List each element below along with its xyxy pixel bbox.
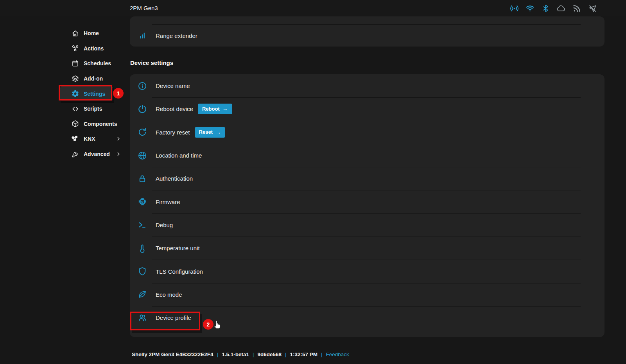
footer-separator: |: [321, 351, 323, 357]
wrench-icon: [71, 150, 79, 158]
factory-reset-icon: [137, 127, 147, 137]
sidebar-item-label: Scripts: [84, 106, 102, 112]
reset-button[interactable]: Reset →: [195, 127, 225, 138]
sidebar-item-label: Home: [84, 30, 99, 36]
footer-separator: |: [217, 351, 219, 357]
gear-icon: [71, 90, 79, 98]
access-point-icon[interactable]: [510, 4, 519, 13]
sidebar-item-actions[interactable]: Actions: [60, 41, 113, 56]
terminal-icon: [137, 220, 147, 230]
row-label: Device profile: [156, 314, 191, 321]
people-icon: [137, 313, 147, 323]
layers-icon: [71, 75, 79, 83]
sidebar-nav: Home Actions Schedules Add-on: [0, 26, 130, 161]
section-title-device-settings: Device settings: [130, 59, 173, 66]
websocket-icon[interactable]: [588, 4, 597, 13]
row-location-and-time[interactable]: Location and time: [130, 144, 604, 167]
row-device-name[interactable]: Device name: [130, 74, 604, 97]
chevron-right-icon: [116, 151, 121, 157]
row-range-extender[interactable]: Range extender: [130, 25, 604, 47]
globe-icon: [137, 151, 147, 161]
row-factory-reset[interactable]: Factory reset Reset →: [130, 121, 604, 144]
row-temperature-unit[interactable]: Temperature unit: [130, 237, 604, 260]
reboot-button[interactable]: Reboot →: [198, 104, 232, 114]
cube-icon: [71, 120, 79, 128]
row-label: Location and time: [156, 152, 202, 159]
code-icon: [71, 105, 79, 113]
row-label: TLS Configuration: [156, 268, 203, 275]
feedback-link[interactable]: Feedback: [326, 351, 349, 357]
row-label: Device name: [156, 82, 190, 89]
signal-bars-icon: [137, 30, 147, 41]
row-tls-configuration[interactable]: TLS Configuration: [130, 260, 604, 283]
mqtt-icon[interactable]: [572, 4, 581, 13]
row-authentication[interactable]: Authentication: [130, 167, 604, 190]
footer-build-hash: 9d6de568: [257, 351, 282, 357]
sidebar-item-label: Settings: [84, 91, 105, 97]
sidebar-item-scripts[interactable]: Scripts: [60, 101, 113, 117]
row-label: Range extender: [156, 32, 197, 39]
actions-icon: [71, 44, 79, 52]
arrow-right-icon: →: [222, 106, 228, 112]
row-label: Temperature unit: [156, 245, 200, 251]
footer-separator: |: [253, 351, 254, 357]
row-reboot-device[interactable]: Reboot device Reboot →: [130, 97, 604, 120]
row-debug[interactable]: Debug: [130, 213, 604, 237]
calendar-icon: [71, 59, 79, 68]
row-firmware[interactable]: Firmware: [130, 190, 604, 213]
wifi-icon[interactable]: [526, 4, 535, 13]
sidebar-item-schedules[interactable]: Schedules: [60, 56, 113, 71]
footer-device-id: Shelly 2PM Gen3 E4B32322E2F4: [132, 351, 213, 357]
sidebar-item-label: KNX: [84, 136, 95, 142]
bluetooth-icon[interactable]: [541, 4, 550, 13]
row-eco-mode[interactable]: Eco mode: [130, 283, 604, 306]
arrow-right-icon: →: [215, 129, 221, 135]
sidebar-item-settings[interactable]: Settings: [60, 86, 113, 101]
shield-icon: [137, 266, 147, 276]
connectivity-card: Range extender: [130, 16, 604, 47]
footer-status-bar: Shelly 2PM Gen3 E4B32322E2F4 | 1.5.1-bet…: [132, 351, 349, 357]
chip-icon: [137, 197, 147, 207]
device-settings-card: Device name Reboot device Reboot → Facto…: [130, 74, 604, 337]
thermometer-icon: [137, 243, 147, 253]
sidebar-item-label: Actions: [84, 45, 104, 52]
row-label: Eco mode: [156, 291, 182, 298]
sidebar-item-label: Add-on: [84, 75, 103, 82]
sidebar-item-addon[interactable]: Add-on: [60, 71, 113, 86]
knx-icon: [71, 135, 79, 143]
sidebar-item-knx[interactable]: KNX: [60, 131, 113, 147]
lock-icon: [137, 174, 147, 184]
row-device-profile[interactable]: Device profile: [130, 306, 604, 329]
row-label: Firmware: [156, 199, 180, 205]
home-icon: [71, 29, 79, 38]
sidebar-item-label: Schedules: [84, 60, 111, 66]
chevron-right-icon: [116, 136, 121, 142]
footer-device-time: 1:32:57 PM: [290, 351, 318, 357]
row-label: Debug: [156, 222, 173, 228]
footer-separator: |: [285, 351, 287, 357]
power-icon: [137, 104, 147, 114]
row-label: Authentication: [156, 175, 193, 182]
footer-firmware-version: 1.5.1-beta1: [222, 351, 249, 357]
status-icon-bar: [510, 0, 597, 16]
reboot-button-label: Reboot: [202, 106, 220, 112]
row-label: Reboot device: [156, 106, 193, 112]
device-title: 2PM Gen3: [130, 0, 158, 16]
row-label: Factory reset: [156, 129, 190, 136]
sidebar-item-components[interactable]: Components: [60, 117, 113, 132]
sidebar-item-advanced[interactable]: Advanced: [60, 147, 113, 162]
leaf-icon: [137, 289, 147, 299]
info-icon: [137, 81, 147, 91]
reset-button-label: Reset: [199, 129, 213, 135]
cloud-icon[interactable]: [557, 4, 566, 13]
sidebar-item-label: Advanced: [84, 151, 110, 157]
top-bar: 2PM Gen3: [0, 0, 626, 16]
sidebar-item-home[interactable]: Home: [60, 26, 113, 41]
sidebar-item-label: Components: [84, 121, 117, 127]
